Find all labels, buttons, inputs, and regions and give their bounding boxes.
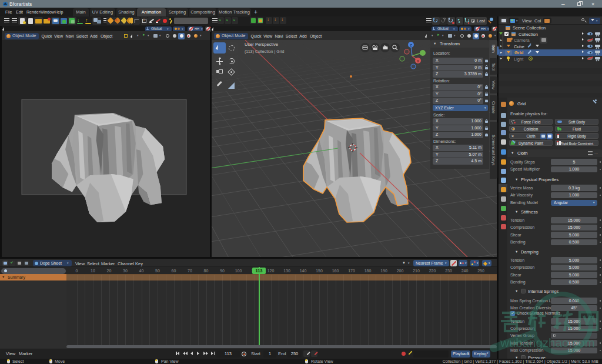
- svg-text:X: X: [417, 59, 419, 63]
- svg-text:Z: Z: [410, 44, 412, 47]
